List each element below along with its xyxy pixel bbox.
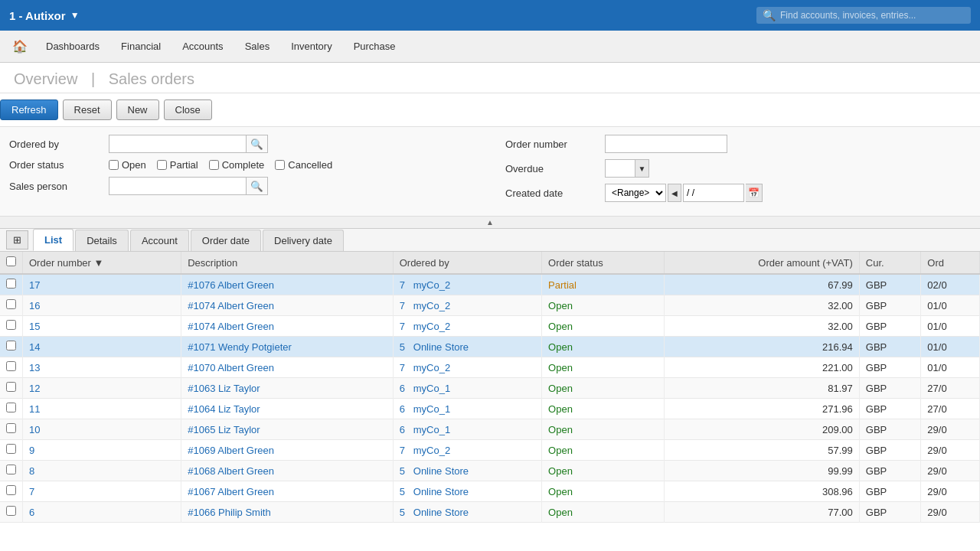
row-order-number[interactable]: 6: [23, 502, 181, 523]
description-link[interactable]: #1064 Liz Taylor: [188, 403, 260, 415]
ordered-by-co-link[interactable]: Online Store: [413, 486, 469, 497]
ordered-by-co-link[interactable]: Online Store: [413, 465, 469, 477]
order-number-link[interactable]: 15: [29, 321, 40, 332]
ordered-by-co-link[interactable]: Online Store: [413, 341, 469, 353]
date-nav-back[interactable]: ◀: [668, 184, 681, 202]
ordered-by-co-link[interactable]: myCo_1: [413, 403, 450, 415]
ordered-by-input[interactable]: [109, 135, 247, 153]
status-open-label[interactable]: Open: [109, 159, 146, 171]
order-number-link[interactable]: 17: [29, 279, 40, 291]
home-nav-button[interactable]: 🏠: [6, 36, 34, 57]
tab-account[interactable]: Account: [130, 230, 189, 251]
row-checkbox[interactable]: [6, 320, 16, 330]
ordered-by-num-link[interactable]: 6: [400, 383, 405, 394]
row-order-number[interactable]: 8: [23, 461, 181, 481]
ordered-by-search-button[interactable]: 🔍: [247, 135, 268, 153]
order-number-link[interactable]: 9: [29, 445, 34, 456]
new-button[interactable]: New: [116, 99, 159, 120]
nav-item-purchase[interactable]: Purchase: [345, 34, 405, 58]
description-link[interactable]: #1068 Albert Green: [188, 465, 274, 477]
ordered-by-co-link[interactable]: Online Store: [413, 507, 469, 518]
row-order-number[interactable]: 15: [23, 316, 181, 337]
date-value-input[interactable]: [683, 184, 744, 202]
row-order-number[interactable]: 9: [23, 440, 181, 461]
tab-list[interactable]: List: [33, 229, 74, 251]
nav-item-accounts[interactable]: Accounts: [173, 34, 232, 58]
row-order-number[interactable]: 17: [23, 274, 181, 295]
ordered-by-co-link[interactable]: myCo_1: [413, 383, 450, 394]
sales-person-input[interactable]: [109, 177, 247, 195]
description-link[interactable]: #1065 Liz Taylor: [188, 424, 260, 435]
sales-person-search-button[interactable]: 🔍: [247, 177, 268, 195]
order-number-link[interactable]: 11: [29, 403, 40, 415]
overdue-box[interactable]: [605, 159, 635, 178]
order-number-link[interactable]: 14: [29, 341, 40, 353]
order-number-link[interactable]: 6: [29, 507, 34, 518]
status-partial-checkbox[interactable]: [157, 160, 167, 170]
close-button[interactable]: Close: [164, 99, 212, 120]
ordered-by-num-link[interactable]: 7: [400, 300, 405, 311]
row-description[interactable]: #1069 Albert Green: [181, 440, 393, 461]
tab-delivery-date[interactable]: Delivery date: [263, 230, 344, 251]
description-link[interactable]: #1069 Albert Green: [188, 445, 274, 456]
row-checkbox-cell[interactable]: [0, 419, 23, 440]
row-checkbox[interactable]: [6, 361, 16, 371]
row-description[interactable]: #1068 Albert Green: [181, 461, 393, 481]
overdue-dropdown-arrow[interactable]: ▼: [635, 159, 649, 178]
row-order-number[interactable]: 13: [23, 357, 181, 378]
status-open-checkbox[interactable]: [109, 160, 119, 170]
add-tab-button[interactable]: ⊞: [6, 230, 28, 249]
row-checkbox-cell[interactable]: [0, 316, 23, 337]
ordered-by-num-link[interactable]: 6: [400, 403, 405, 415]
chevron-down-icon[interactable]: ▼: [70, 10, 80, 21]
ordered-by-co-link[interactable]: myCo_2: [413, 362, 450, 373]
ordered-by-co-link[interactable]: myCo_1: [413, 424, 450, 435]
row-checkbox-cell[interactable]: [0, 461, 23, 481]
nav-item-inventory[interactable]: Inventory: [282, 34, 341, 58]
order-number-link[interactable]: 16: [29, 300, 40, 311]
global-search-input[interactable]: [780, 10, 965, 21]
ordered-by-num-link[interactable]: 7: [400, 362, 405, 373]
reset-button[interactable]: Reset: [63, 99, 112, 120]
row-description[interactable]: #1063 Liz Taylor: [181, 378, 393, 399]
ordered-by-num-link[interactable]: 7: [400, 321, 405, 332]
row-description[interactable]: #1065 Liz Taylor: [181, 419, 393, 440]
select-all-checkbox[interactable]: [6, 256, 16, 266]
ordered-by-co-link[interactable]: myCo_2: [413, 300, 450, 311]
tab-order-date[interactable]: Order date: [191, 230, 261, 251]
row-checkbox-cell[interactable]: [0, 399, 23, 419]
row-checkbox[interactable]: [6, 506, 16, 516]
row-checkbox[interactable]: [6, 279, 16, 289]
description-link[interactable]: #1074 Albert Green: [188, 321, 274, 332]
row-checkbox-cell[interactable]: [0, 337, 23, 357]
refresh-button[interactable]: Refresh: [0, 99, 58, 120]
row-description[interactable]: #1071 Wendy Potgieter: [181, 337, 393, 357]
nav-item-financial[interactable]: Financial: [112, 34, 170, 58]
status-cancelled-label[interactable]: Cancelled: [275, 159, 332, 171]
nav-item-sales[interactable]: Sales: [236, 34, 279, 58]
row-checkbox-cell[interactable]: [0, 502, 23, 523]
status-complete-label[interactable]: Complete: [209, 159, 265, 171]
description-link[interactable]: #1071 Wendy Potgieter: [188, 341, 292, 353]
nav-item-dashboards[interactable]: Dashboards: [37, 34, 109, 58]
description-link[interactable]: #1063 Liz Taylor: [188, 383, 260, 394]
row-description[interactable]: #1067 Albert Green: [181, 481, 393, 502]
row-checkbox-cell[interactable]: [0, 274, 23, 295]
ordered-by-num-link[interactable]: 6: [400, 424, 405, 435]
row-checkbox[interactable]: [6, 341, 16, 350]
row-order-number[interactable]: 16: [23, 295, 181, 316]
row-order-number[interactable]: 11: [23, 399, 181, 419]
row-description[interactable]: #1066 Philip Smith: [181, 502, 393, 523]
ordered-by-num-link[interactable]: 5: [400, 486, 405, 497]
order-number-link[interactable]: 7: [29, 486, 34, 497]
date-range-select[interactable]: <Range>: [605, 184, 666, 202]
status-partial-label[interactable]: Partial: [157, 159, 198, 171]
row-order-number[interactable]: 12: [23, 378, 181, 399]
description-link[interactable]: #1067 Albert Green: [188, 486, 274, 497]
filter-collapse-row[interactable]: ▲: [0, 217, 980, 229]
row-checkbox[interactable]: [6, 382, 16, 392]
ordered-by-num-link[interactable]: 7: [400, 445, 405, 456]
row-order-number[interactable]: 7: [23, 481, 181, 502]
row-order-number[interactable]: 14: [23, 337, 181, 357]
row-checkbox-cell[interactable]: [0, 357, 23, 378]
